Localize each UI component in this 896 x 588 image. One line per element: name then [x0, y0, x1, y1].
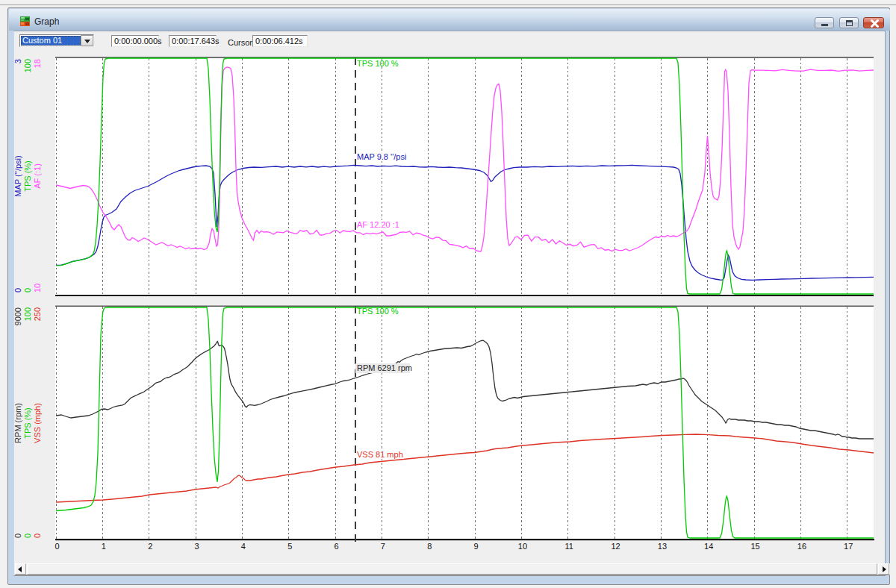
svg-text:5: 5 [287, 542, 292, 551]
svg-text:MAP (''/psi): MAP (''/psi) [13, 155, 22, 196]
svg-text:100: 100 [23, 307, 32, 321]
svg-text:0: 0 [33, 534, 42, 538]
svg-text:15: 15 [750, 542, 759, 551]
svg-text:14: 14 [704, 542, 713, 551]
svg-text:100: 100 [23, 59, 32, 72]
svg-text:MAP 9.8 ''/psi: MAP 9.8 ''/psi [357, 152, 406, 161]
svg-text:TPS 100 %: TPS 100 % [357, 307, 399, 316]
svg-text:0: 0 [23, 288, 32, 293]
svg-text:10: 10 [518, 542, 527, 551]
svg-text:2: 2 [148, 542, 152, 551]
svg-text:7: 7 [381, 542, 385, 551]
svg-text:TPS 100 %: TPS 100 % [357, 59, 399, 68]
svg-text:6: 6 [335, 542, 339, 551]
svg-text:AF (:1): AF (:1) [33, 163, 42, 189]
svg-text:3: 3 [195, 542, 199, 551]
svg-text:8: 8 [427, 542, 432, 551]
svg-text:250: 250 [33, 307, 42, 321]
svg-text:VSS 81 mph: VSS 81 mph [357, 450, 403, 459]
svg-text:RPM 6291 rpm: RPM 6291 rpm [357, 363, 412, 372]
svg-text:4: 4 [241, 542, 246, 551]
svg-text:0: 0 [13, 288, 22, 293]
svg-text:AF 12.20 :1: AF 12.20 :1 [357, 220, 399, 229]
svg-text:9000: 9000 [13, 307, 22, 325]
svg-text:11: 11 [564, 542, 573, 551]
svg-text:13: 13 [658, 542, 667, 551]
svg-text:1: 1 [102, 542, 106, 551]
svg-text:0: 0 [13, 534, 22, 538]
svg-text:17: 17 [844, 542, 853, 551]
svg-text:0: 0 [23, 534, 32, 538]
svg-text:9: 9 [474, 542, 479, 551]
svg-text:3: 3 [13, 59, 22, 63]
svg-text:RPM (rpm): RPM (rpm) [13, 403, 22, 443]
svg-text:TPS (%): TPS (%) [23, 407, 32, 439]
svg-text:18: 18 [33, 59, 42, 68]
svg-text:TPS (%): TPS (%) [23, 160, 32, 192]
svg-text:0: 0 [55, 542, 60, 551]
svg-text:12: 12 [611, 542, 620, 551]
svg-text:16: 16 [797, 542, 806, 551]
svg-text:10: 10 [33, 284, 42, 293]
svg-text:VSS (mph): VSS (mph) [33, 403, 42, 443]
